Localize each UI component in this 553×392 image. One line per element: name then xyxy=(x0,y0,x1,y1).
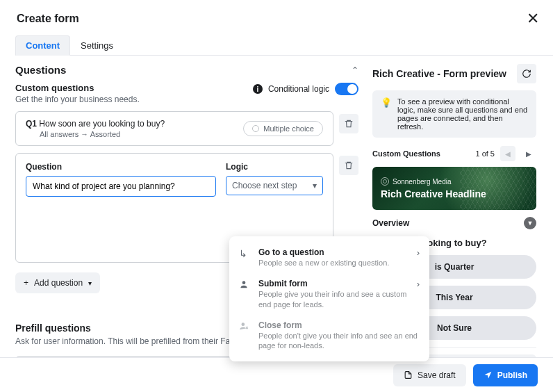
conditional-logic-label: Conditional logic xyxy=(268,84,329,94)
chevron-right-icon: › xyxy=(417,247,420,258)
question-card-1[interactable]: Q1 How soon are you looking to buy? All … xyxy=(15,111,333,146)
svg-point-0 xyxy=(242,281,246,285)
logic-select[interactable]: Choose next step ▾ xyxy=(226,176,323,195)
collapse-icon[interactable]: ⌃ xyxy=(352,65,358,75)
question-field-label: Question xyxy=(26,162,216,172)
question-input[interactable] xyxy=(26,176,216,197)
radio-icon xyxy=(252,125,259,132)
person-x-icon xyxy=(239,321,251,333)
chevron-down-icon[interactable]: ▼ xyxy=(524,217,536,229)
refresh-button[interactable] xyxy=(517,64,536,83)
dropdown-item-submit-form[interactable]: Submit form People give you their info a… xyxy=(229,273,429,315)
delete-question-button[interactable] xyxy=(339,156,358,175)
question-text: How soon are you looking to buy? xyxy=(39,119,165,129)
custom-questions-desc: Get the info your business needs. xyxy=(15,95,358,104)
tab-content[interactable]: Content xyxy=(15,35,70,56)
dropdown-item-close-form[interactable]: Close form People don't give you their i… xyxy=(229,315,429,357)
save-draft-button[interactable]: Save draft xyxy=(393,364,466,386)
dropdown-item-go-to-question[interactable]: ↳ Go to a question People see a new or e… xyxy=(229,242,429,273)
pager-label: Custom Questions xyxy=(372,149,440,158)
document-icon xyxy=(404,370,413,379)
pager-prev[interactable]: ◀ xyxy=(500,146,515,161)
preview-headline: Rich Creative Headline xyxy=(381,188,528,199)
plus-icon: + xyxy=(24,278,28,288)
pager: Custom Questions 1 of 5 ◀ ▶ xyxy=(372,146,536,161)
logic-dropdown: ↳ Go to a question People see a new or e… xyxy=(229,236,429,361)
delete-question-button[interactable] xyxy=(339,114,358,133)
person-icon xyxy=(239,279,251,291)
preview-heading: Rich Creative - Form preview xyxy=(372,68,506,79)
pager-count: 1 of 5 xyxy=(475,149,495,158)
lightbulb-icon: 💡 xyxy=(381,97,392,131)
close-icon[interactable]: ✕ xyxy=(527,10,539,28)
arrow-branch-icon: ↳ xyxy=(239,248,251,259)
preview-brand: Sonnenberg Media xyxy=(381,177,528,186)
modal-title: Create form xyxy=(17,13,79,25)
brand-icon xyxy=(381,177,389,186)
send-icon xyxy=(484,370,493,379)
overview-label: Overview xyxy=(372,218,409,228)
caret-down-icon: ▾ xyxy=(313,181,317,190)
conditional-logic-toggle[interactable] xyxy=(335,83,358,95)
info-icon[interactable]: i xyxy=(253,84,263,94)
svg-point-1 xyxy=(242,322,245,326)
pager-next[interactable]: ▶ xyxy=(521,146,536,161)
logic-field-label: Logic xyxy=(226,162,323,172)
tabs: Content Settings xyxy=(15,35,553,56)
preview-alert: 💡 To see a preview with conditional logi… xyxy=(372,90,536,138)
tab-settings[interactable]: Settings xyxy=(70,35,124,56)
caret-down-icon: ▾ xyxy=(88,279,92,287)
publish-button[interactable]: Publish xyxy=(473,364,538,386)
chevron-right-icon: › xyxy=(417,279,420,289)
questions-heading: Questions xyxy=(15,64,66,76)
question-meta: All answers → Assorted xyxy=(40,130,165,138)
add-question-button[interactable]: + Add question ▾ xyxy=(15,272,100,293)
question-type-chip[interactable]: Multiple choice xyxy=(243,121,323,136)
preview-hero: Sonnenberg Media Rich Creative Headline xyxy=(372,167,536,210)
question-number: Q1 xyxy=(26,119,37,129)
